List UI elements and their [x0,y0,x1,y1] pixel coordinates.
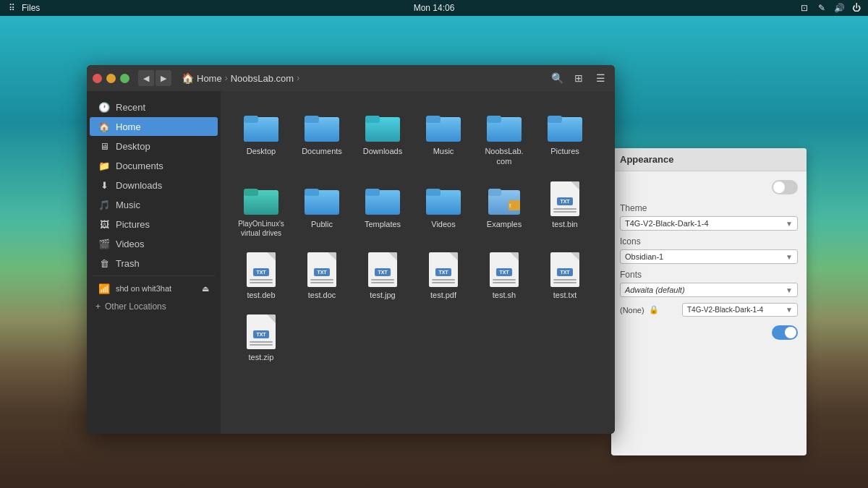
file-test-doc[interactable]: TXT test.doc [293,247,351,306]
maximize-button[interactable] [120,74,129,83]
folder-desktop-label: Desktop [247,146,276,156]
toggle-knob-on [785,327,796,338]
folder-music-label: Music [433,146,454,156]
folder-playonlinux-icon [244,181,278,216]
file-test-jpg-label: test.jpg [370,290,395,300]
network-icon: 📶 [98,283,110,294]
folder-documents[interactable]: Documents [293,103,351,173]
file-test-jpg-icon: TXT [365,252,400,287]
file-test-zip[interactable]: TXT test.zip [232,309,290,368]
folder-templates-icon [365,181,400,216]
cursor-select-arrow: ▼ [786,306,793,314]
desktop-icon: 🖥 [98,140,110,152]
file-test-jpg[interactable]: TXT test.jpg [354,247,412,306]
cursor-select[interactable]: T4G-V2-Black-Dark-1-4 ▼ [682,303,798,317]
window-controls [93,74,129,83]
appearance-toggle-on[interactable] [772,325,798,340]
file-test-txt[interactable]: TXT test.txt [536,247,594,306]
files-window: ◀ ▶ 🏠 Home › NoobsLab.com › 🔍 ⊞ ☰ 🕐 Rec [87,65,615,434]
top-panel: ⠿ Files Mon 14:06 ⊡ ✎ 🔊 ⏻ [0,0,868,16]
icons-select[interactable]: Obsidian-1 ▼ [620,249,798,264]
svg-rect-18 [365,189,380,196]
menu-button[interactable]: ☰ [592,69,609,87]
folder-videos-label: Videos [431,219,455,229]
display-icon[interactable]: ⊡ [799,2,810,14]
folder-noobslab-icon [487,108,522,143]
close-button[interactable] [93,74,102,83]
apps-icon[interactable]: ⠿ [6,2,17,14]
toggle-knob [773,181,785,193]
file-test-bin-label: test.bin [552,219,577,229]
file-test-deb[interactable]: TXT test.deb [232,247,290,306]
folder-desktop[interactable]: Desktop [232,103,290,173]
svg-rect-14 [244,189,258,196]
appearance-toggle[interactable] [772,180,798,194]
folder-videos[interactable]: Videos [414,176,472,244]
breadcrumb-home[interactable]: 🏠 Home [182,72,222,84]
svg-rect-4 [305,116,319,123]
file-area: Desktop Documents [221,91,615,434]
theme-select[interactable]: T4G-V2-Black-Dark-1-4 ▼ [620,216,798,231]
folder-documents-label: Documents [302,146,342,156]
pen-icon[interactable]: ✎ [816,2,827,14]
sidebar-item-trash[interactable]: 🗑 Trash [90,254,218,273]
file-test-sh[interactable]: TXT test.sh [475,247,533,306]
search-button[interactable]: 🔍 [548,69,566,87]
theme-select-arrow: ▼ [786,220,793,228]
sidebar-item-pictures[interactable]: 🖼 Pictures [90,215,218,234]
volume-icon[interactable]: 🔊 [833,2,845,14]
file-test-doc-icon: TXT [305,252,339,287]
folder-examples[interactable]: ! Examples [475,176,533,244]
file-test-pdf[interactable]: TXT test.pdf [414,247,472,306]
svg-text:!: ! [509,203,511,208]
file-test-deb-label: test.deb [247,290,275,300]
sidebar-item-documents[interactable]: 📁 Documents [90,156,218,175]
forward-button[interactable]: ▶ [156,70,171,86]
fonts-select[interactable]: Adwaita (default) ▼ [620,283,798,297]
folder-downloads[interactable]: Downloads [354,103,412,173]
videos-icon: 🎬 [98,238,110,249]
theme-label: Theme [620,203,798,213]
file-test-zip-label: test.zip [249,352,274,362]
documents-icon: 📁 [98,160,110,171]
sidebar-item-desktop[interactable]: 🖥 Desktop [90,137,218,155]
sidebar-item-other[interactable]: + Other Locations [87,299,221,314]
settings-content: Theme T4G-V2-Black-Dark-1-4 ▼ Icons Obsi… [611,171,807,357]
folder-noobslab[interactable]: NoobsLab.com [475,103,533,173]
folder-desktop-icon [244,108,278,143]
minimize-button[interactable] [106,74,116,83]
nav-arrows: ◀ ▶ [138,70,171,86]
file-test-bin[interactable]: TXT test.bin [536,176,594,244]
file-test-txt-label: test.txt [553,290,576,300]
file-test-pdf-icon: TXT [426,252,461,287]
icons-select-arrow: ▼ [786,253,793,261]
view-toggle-button[interactable]: ⊞ [570,69,587,87]
breadcrumb: 🏠 Home › NoobsLab.com › [182,72,544,84]
settings-header: Appearance [611,148,807,171]
downloads-icon: ⬇ [98,179,110,191]
back-button[interactable]: ◀ [138,70,154,86]
pictures-icon: 🖼 [98,218,110,230]
sidebar-item-downloads[interactable]: ⬇ Downloads [90,176,218,194]
fonts-select-arrow: ▼ [786,286,793,294]
sidebar-item-home[interactable]: 🏠 Home [90,117,218,136]
music-icon: 🎵 [98,199,110,210]
sidebar-item-music[interactable]: 🎵 Music [90,195,218,214]
folder-templates[interactable]: Templates [354,176,412,244]
icons-label: Icons [620,236,798,247]
folder-pictures[interactable]: Pictures [536,103,594,173]
folder-music[interactable]: Music [414,103,472,173]
folder-videos-icon [426,181,461,216]
svg-rect-16 [305,189,319,196]
trash-icon: 🗑 [98,257,110,269]
power-icon[interactable]: ⏻ [851,2,862,14]
sidebar-item-videos[interactable]: 🎬 Videos [90,234,218,253]
folder-playonlinux[interactable]: PlayOnLinux's virtual drives [232,176,290,244]
breadcrumb-current[interactable]: NoobsLab.com › [231,73,299,84]
cursor-row: (None) 🔒 T4G-V2-Black-Dark-1-4 ▼ [620,303,798,317]
home-sidebar-icon: 🏠 [98,121,110,132]
sidebar-item-recent[interactable]: 🕐 Recent [90,98,218,116]
folder-public[interactable]: Public [293,176,351,244]
sidebar-item-network[interactable]: 📶 shd on whit3hat ⏏ [90,279,218,298]
window-titlebar: ◀ ▶ 🏠 Home › NoobsLab.com › 🔍 ⊞ ☰ [87,65,615,91]
